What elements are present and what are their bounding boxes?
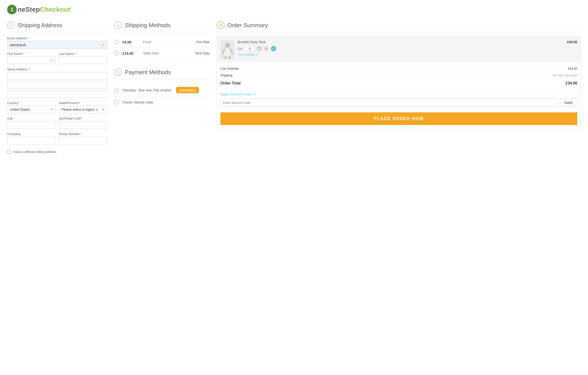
- last-name-input[interactable]: [59, 56, 107, 64]
- zip-label: Zip/Postal Code*: [59, 117, 107, 120]
- shipping-address-title: Shipping Address: [18, 22, 62, 29]
- phone-input[interactable]: [59, 137, 107, 144]
- qty-label: Qty:: [238, 47, 243, 50]
- city-group: City: [7, 117, 55, 129]
- discount-code-input[interactable]: [220, 99, 558, 107]
- shipping-methods-title: Shipping Methods: [125, 22, 171, 29]
- logo: 1 neStepCheckout™: [7, 5, 581, 14]
- shipping-name-flat: Flat Rate: [196, 40, 210, 44]
- billing-address-checkbox[interactable]: [7, 150, 11, 154]
- payment-radio-openpay[interactable]: [114, 88, 119, 92]
- street-address-input-1[interactable]: [7, 72, 107, 80]
- shipping-value: Not yet calculated: [553, 74, 577, 77]
- discount-label: Apply Discount Code: [220, 92, 252, 96]
- company-group: Company: [7, 132, 55, 144]
- openpay-badge-text: openpay: [179, 88, 196, 92]
- step-number-1: 1: [7, 22, 15, 29]
- company-input[interactable]: [7, 137, 55, 144]
- shipping-radio-table[interactable]: [114, 51, 119, 55]
- billing-address-checkbox-group: I have a different billing address: [7, 150, 107, 154]
- payment-radio-check[interactable]: [114, 100, 119, 104]
- shipping-address-section: 1 Shipping Address Email Address * ⊞ Fir…: [7, 22, 107, 154]
- street-address-group: Street Address *: [7, 67, 107, 98]
- cart-subtotal-value: £34.00: [568, 67, 577, 70]
- shipping-methods-section: 2 Shipping Methods £5.00 Fixed Flat Rate…: [114, 22, 210, 59]
- payment-method-openpay: Openpay - Buy now. Pay smarter. openpay: [114, 84, 210, 97]
- order-total-label: Order Total: [220, 81, 241, 85]
- step-check-icon: ✓: [217, 22, 224, 29]
- order-item: Breathe-Easy Tank Qty: 🗑 − + View Detail…: [217, 37, 581, 63]
- billing-address-label: I have a different billing address: [13, 150, 56, 154]
- phone-group: Phone Number*: [59, 132, 107, 144]
- svg-text:1: 1: [10, 6, 13, 12]
- shipping-type-flat: Fixed: [143, 40, 192, 44]
- logo-text: neStepCheckout™: [18, 6, 73, 13]
- email-input[interactable]: [7, 41, 107, 49]
- discount-input-row: Apply: [220, 99, 577, 107]
- first-name-input[interactable]: [7, 56, 55, 64]
- place-order-button[interactable]: PLACE ORDER NOW: [220, 112, 577, 125]
- shipping-methods-header: 2 Shipping Methods: [114, 22, 210, 29]
- payment-method-check: Check / Money order: [114, 97, 210, 108]
- phone-label: Phone Number*: [59, 132, 107, 136]
- view-details-button[interactable]: View Details ∨: [238, 53, 564, 56]
- last-name-group: Last Name *: [59, 52, 107, 64]
- discount-section: Apply Discount Code ∧ Apply: [217, 90, 581, 109]
- order-summary-section: ✓ Order Summary: [217, 22, 581, 129]
- email-label: Email Address *: [7, 36, 107, 40]
- first-name-group: First Name * ⊞: [7, 52, 55, 64]
- step-number-3: 3: [114, 68, 122, 76]
- email-autofill-icon[interactable]: ⊞: [101, 43, 105, 47]
- payment-methods-section: 3 Payment Methods Openpay - Buy now. Pay…: [114, 68, 210, 108]
- shipping-method-table: £15.00 Table Rate Best Way: [114, 48, 210, 59]
- qty-row: Qty: 🗑 − +: [238, 46, 564, 51]
- order-item-image: [220, 40, 235, 59]
- zip-input[interactable]: [59, 121, 107, 129]
- order-summary-box: Breathe-Easy Tank Qty: 🗑 − + View Detail…: [217, 36, 581, 129]
- shipping-label: Shipping: [220, 74, 232, 77]
- openpay-badge: openpay: [176, 87, 199, 93]
- state-group: State/Province* Please select a region, …: [59, 101, 107, 113]
- shipping-name-table: Best Way: [196, 51, 210, 55]
- logo-icon: 1: [7, 5, 17, 14]
- state-select[interactable]: Please select a region, s: [59, 106, 107, 113]
- discount-toggle[interactable]: Apply Discount Code ∧: [220, 92, 577, 96]
- company-label: Company: [7, 132, 55, 136]
- order-item-name: Breathe-Easy Tank: [238, 40, 564, 44]
- street-address-input-3[interactable]: [7, 90, 107, 98]
- first-name-label: First Name *: [7, 52, 55, 55]
- country-label: Country*: [7, 101, 55, 105]
- increase-qty-button[interactable]: +: [271, 46, 276, 51]
- payment-label-openpay: Openpay - Buy now. Pay smarter.: [123, 88, 172, 92]
- shipping-radio-flat[interactable]: [114, 40, 119, 44]
- street-address-label: Street Address *: [7, 67, 107, 71]
- country-select[interactable]: United States: [7, 106, 55, 113]
- discount-chevron-icon: ∧: [253, 92, 256, 96]
- email-field-group: Email Address * ⊞: [7, 36, 107, 49]
- order-summary-header: ✓ Order Summary: [217, 22, 581, 29]
- street-address-input-2[interactable]: [7, 81, 107, 89]
- order-total-value: £34.00: [566, 81, 577, 85]
- payment-methods-header: 3 Payment Methods: [114, 68, 210, 76]
- step-number-2: 2: [114, 22, 122, 29]
- order-item-price: £34.00: [567, 40, 577, 44]
- zip-group: Zip/Postal Code*: [59, 117, 107, 129]
- shipping-price-flat: £5.00: [123, 40, 139, 44]
- decrease-qty-button[interactable]: −: [264, 46, 269, 51]
- order-total-row: Order Total £34.00: [220, 79, 577, 87]
- shipping-method-flat: £5.00 Fixed Flat Rate: [114, 36, 210, 48]
- city-label: City: [7, 117, 55, 120]
- city-input[interactable]: [7, 121, 55, 129]
- state-label: State/Province*: [59, 101, 107, 105]
- delete-item-button[interactable]: 🗑: [257, 46, 262, 51]
- country-group: Country* United States: [7, 101, 55, 113]
- payment-label-check: Check / Money order: [123, 100, 153, 104]
- shipping-type-table: Table Rate: [143, 51, 192, 55]
- apply-discount-button[interactable]: Apply: [560, 99, 577, 107]
- order-summary-title: Order Summary: [227, 22, 268, 29]
- payment-methods-title: Payment Methods: [125, 69, 171, 76]
- qty-input[interactable]: [245, 46, 255, 51]
- cart-subtotal-label: Cart Subtotal: [220, 67, 239, 70]
- cart-subtotal-row: Cart Subtotal £34.00: [220, 65, 577, 72]
- shipping-row: Shipping Not yet calculated: [220, 72, 577, 79]
